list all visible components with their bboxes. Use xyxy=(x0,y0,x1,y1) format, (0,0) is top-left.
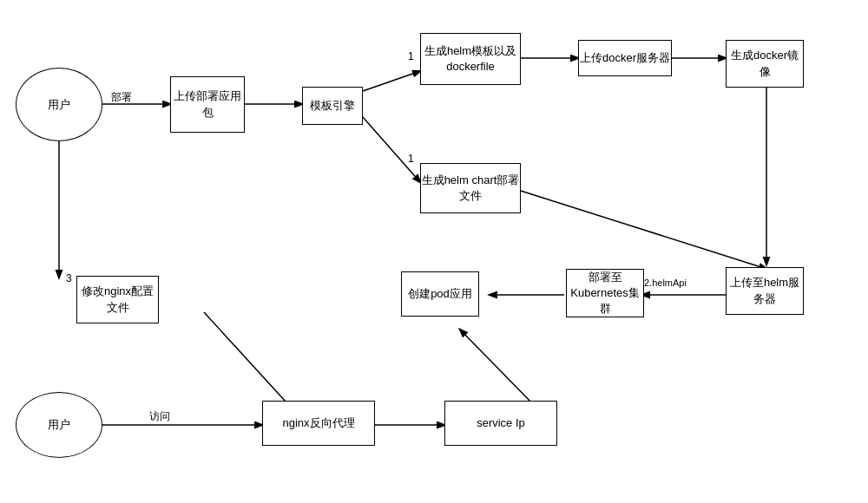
user2-label: 用户 xyxy=(48,417,70,433)
docker-image-node: 生成docker镜像 xyxy=(726,40,804,88)
visit-label: 访问 xyxy=(149,409,170,424)
num1-bottom-label: 1 xyxy=(408,153,414,165)
upload-node: 上传部署应用包 xyxy=(170,76,245,133)
helm-chart-node: 生成helm chart部署文件 xyxy=(420,163,521,213)
docker-image-label: 生成docker镜像 xyxy=(727,48,803,79)
service-ip-label: service Ip xyxy=(477,415,525,431)
docker-server-node: 上传docker服务器 xyxy=(578,40,672,76)
svg-line-2 xyxy=(363,71,420,91)
svg-line-12 xyxy=(460,330,536,408)
upload-label: 上传部署应用包 xyxy=(171,88,244,120)
svg-line-7 xyxy=(521,191,766,269)
pod-label: 创建pod应用 xyxy=(408,286,472,302)
pod-node: 创建pod应用 xyxy=(401,271,479,317)
num1-top-label: 1 xyxy=(408,50,414,62)
helm-server-node: 上传至helm服务器 xyxy=(726,267,804,315)
user1-label: 用户 xyxy=(48,97,70,113)
template-engine-node: 模板引擎 xyxy=(302,87,363,125)
nginx-proxy-node: nginx反向代理 xyxy=(262,401,375,446)
helm-chart-label: 生成helm chart部署文件 xyxy=(421,173,520,204)
template-engine-label: 模板引擎 xyxy=(310,98,355,114)
helm-server-label: 上传至helm服务器 xyxy=(727,275,803,306)
helmapi-label: 2.helmApi xyxy=(644,278,687,288)
helm-template-label: 生成helm模板以及dockerfile xyxy=(421,43,520,75)
docker-server-label: 上传docker服务器 xyxy=(580,50,670,66)
user2-node: 用户 xyxy=(16,392,102,458)
nginx-conf-node: 修改nginx配置文件 xyxy=(76,276,159,323)
diagram: 用户 部署 上传部署应用包 模板引擎 1 1 生成helm模板以及dockerf… xyxy=(0,0,868,503)
user1-node: 用户 xyxy=(16,68,102,141)
nginx-conf-label: 修改nginx配置文件 xyxy=(77,284,158,315)
service-ip-node: service Ip xyxy=(444,401,557,446)
helm-template-node: 生成helm模板以及dockerfile xyxy=(420,33,521,85)
num3-label: 3 xyxy=(66,272,72,284)
svg-line-3 xyxy=(363,117,420,182)
k8s-node: 部署至Kubernetes集群 xyxy=(566,269,644,317)
svg-line-11 xyxy=(204,312,295,412)
k8s-label: 部署至Kubernetes集群 xyxy=(567,270,643,317)
nginx-proxy-label: nginx反向代理 xyxy=(282,415,354,431)
deploy-label: 部署 xyxy=(111,90,132,105)
